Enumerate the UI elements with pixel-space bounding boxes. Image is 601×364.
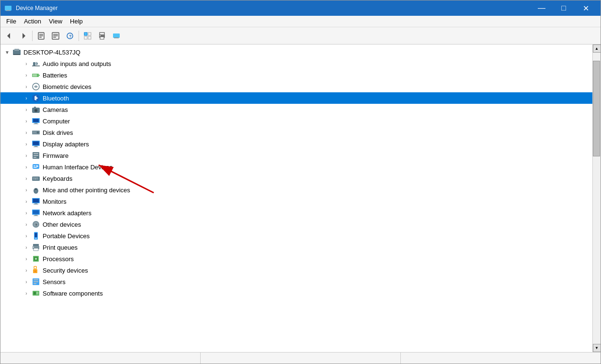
processors-icon bbox=[31, 254, 41, 264]
print-label: Print queues bbox=[43, 244, 78, 251]
print-button[interactable] bbox=[95, 29, 109, 43]
network-label: Network adapters bbox=[43, 210, 91, 217]
status-bar bbox=[0, 352, 601, 364]
svg-rect-42 bbox=[33, 119, 39, 122]
tree-item-network[interactable]: › Network adapters bbox=[0, 207, 592, 219]
tree-item-biometric[interactable]: › Biometric devices bbox=[0, 81, 592, 92]
properties-button[interactable] bbox=[34, 29, 48, 43]
scan-button[interactable] bbox=[110, 29, 123, 43]
update-driver-button[interactable] bbox=[49, 29, 62, 43]
tree-item-mice[interactable]: › Mice and other pointing devices bbox=[0, 184, 592, 196]
computer-label: Computer bbox=[43, 118, 70, 125]
close-button[interactable]: ✕ bbox=[575, 0, 597, 16]
svg-marker-4 bbox=[23, 33, 25, 39]
audio-expand-icon[interactable]: › bbox=[22, 59, 31, 68]
scrollbar-thumb[interactable] bbox=[593, 61, 600, 156]
hid-expand-icon[interactable]: › bbox=[22, 162, 31, 172]
back-icon bbox=[5, 32, 13, 40]
svg-rect-80 bbox=[34, 216, 38, 216]
tree-item-security[interactable]: › Security devices bbox=[0, 265, 592, 276]
tree-item-bluetooth[interactable]: › Bluetooth bbox=[0, 92, 592, 104]
svg-rect-2 bbox=[6, 11, 11, 11]
window-icon bbox=[4, 4, 12, 12]
svg-rect-89 bbox=[34, 248, 38, 251]
monitors-expand-icon[interactable]: › bbox=[22, 197, 31, 206]
tree-item-keyboards[interactable]: › Keyboards bbox=[0, 173, 592, 184]
svg-point-39 bbox=[35, 110, 37, 111]
keyboards-expand-icon[interactable]: › bbox=[22, 174, 31, 183]
tree-item-computer[interactable]: › Computer bbox=[0, 115, 592, 127]
tree-item-hid[interactable]: › Human Interface Devices bbox=[0, 161, 592, 173]
svg-rect-30 bbox=[32, 66, 40, 66]
scroll-down-button[interactable]: ▼ bbox=[593, 344, 601, 352]
biometric-label: Biometric devices bbox=[43, 83, 91, 90]
show-hidden-icon bbox=[84, 32, 91, 40]
root-expand-icon[interactable]: ▼ bbox=[2, 47, 12, 57]
svg-rect-12 bbox=[53, 37, 56, 38]
print-expand-icon[interactable]: › bbox=[22, 243, 31, 252]
batteries-expand-icon[interactable]: › bbox=[22, 70, 31, 80]
tree-item-disk[interactable]: › Disk drives bbox=[0, 127, 592, 138]
help-button[interactable]: ? bbox=[63, 29, 77, 43]
show-hidden-button[interactable] bbox=[81, 29, 94, 43]
firmware-expand-icon[interactable]: › bbox=[22, 151, 31, 160]
other-expand-icon[interactable]: › bbox=[22, 220, 31, 229]
svg-rect-29 bbox=[33, 62, 35, 66]
disk-label: Disk drives bbox=[43, 129, 73, 136]
svg-rect-74 bbox=[33, 199, 39, 203]
disk-expand-icon[interactable]: › bbox=[22, 128, 31, 137]
tree-item-monitors[interactable]: › Monitors bbox=[0, 196, 592, 207]
tree-panel[interactable]: ▼ DESKTOP-4L537JQ › bbox=[0, 44, 592, 352]
network-expand-icon[interactable]: › bbox=[22, 208, 31, 218]
svg-rect-11 bbox=[53, 35, 58, 36]
bluetooth-expand-icon[interactable]: › bbox=[22, 93, 31, 103]
tree-item-display[interactable]: › Display adapters bbox=[0, 138, 592, 150]
maximize-button[interactable]: □ bbox=[553, 0, 575, 16]
software-expand-icon[interactable]: › bbox=[22, 288, 31, 298]
computer-expand-icon[interactable]: › bbox=[22, 116, 31, 126]
tree-root[interactable]: ▼ DESKTOP-4L537JQ bbox=[0, 46, 592, 58]
menu-view[interactable]: View bbox=[45, 17, 66, 26]
tree-item-portable[interactable]: › Portable Devices bbox=[0, 230, 592, 242]
svg-rect-90 bbox=[33, 247, 34, 248]
biometric-expand-icon[interactable]: › bbox=[22, 82, 31, 91]
svg-rect-17 bbox=[84, 36, 87, 39]
svg-rect-44 bbox=[34, 124, 38, 124]
tree-item-print[interactable]: › Print queues bbox=[0, 242, 592, 253]
svg-rect-94 bbox=[34, 266, 36, 269]
scroll-up-button[interactable]: ▲ bbox=[593, 44, 601, 53]
scrollbar[interactable]: ▲ ▼ bbox=[592, 44, 601, 352]
forward-button[interactable] bbox=[17, 29, 30, 43]
tree-item-firmware[interactable]: › Firmware bbox=[0, 150, 592, 161]
svg-rect-93 bbox=[35, 258, 37, 260]
tree-item-batteries[interactable]: › Batteries bbox=[0, 69, 592, 81]
svg-rect-6 bbox=[39, 34, 43, 35]
content-area: ▼ DESKTOP-4L537JQ › bbox=[0, 44, 601, 352]
display-expand-icon[interactable]: › bbox=[22, 139, 31, 149]
portable-expand-icon[interactable]: › bbox=[22, 231, 31, 241]
menu-help[interactable]: Help bbox=[66, 17, 87, 26]
svg-rect-76 bbox=[34, 204, 38, 205]
menu-file[interactable]: File bbox=[2, 17, 20, 26]
other-icon: ? bbox=[31, 220, 41, 229]
sensors-expand-icon[interactable]: › bbox=[22, 277, 31, 287]
tree-item-other[interactable]: › ? Other devices bbox=[0, 219, 592, 230]
cameras-expand-icon[interactable]: › bbox=[22, 105, 31, 114]
batteries-icon bbox=[31, 70, 41, 80]
tree-item-sensors[interactable]: › Sensors bbox=[0, 276, 592, 287]
security-expand-icon[interactable]: › bbox=[22, 265, 31, 275]
tree-item-processors[interactable]: › Processors bbox=[0, 253, 592, 265]
tree-item-software[interactable]: › Software components bbox=[0, 287, 592, 299]
tree-item-cameras[interactable]: › Cameras bbox=[0, 104, 592, 115]
minimize-button[interactable]: — bbox=[531, 0, 553, 16]
mice-expand-icon[interactable]: › bbox=[22, 185, 31, 195]
portable-icon bbox=[31, 231, 41, 241]
bluetooth-label: Bluetooth bbox=[43, 95, 69, 102]
cameras-icon bbox=[31, 105, 41, 114]
processors-expand-icon[interactable]: › bbox=[22, 254, 31, 264]
tree-item-audio[interactable]: › Audio inputs and outputs bbox=[0, 58, 592, 69]
biometric-icon bbox=[31, 82, 41, 91]
menu-action[interactable]: Action bbox=[20, 17, 45, 26]
svg-rect-99 bbox=[34, 281, 38, 282]
back-button[interactable] bbox=[2, 29, 16, 43]
